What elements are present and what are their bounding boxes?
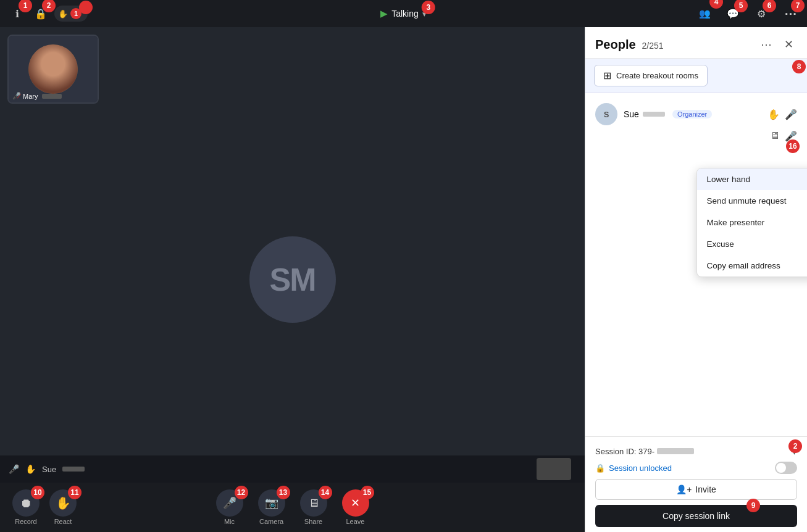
sue-row[interactable]: S Sue Organizer ✋ 🎤 (585, 98, 807, 130)
sue-name: Sue (624, 109, 639, 119)
copy-email-item[interactable]: Copy email address (697, 255, 808, 276)
panel-close-button[interactable]: ✕ (780, 36, 797, 53)
leave-button[interactable]: ✕ Leave (340, 489, 372, 525)
annotation-8: 8 (792, 60, 806, 73)
top-bar-center: ▶ Talking ▾ 3 (380, 8, 427, 19)
top-bar-left: ℹ 1 🔒 2 ✋ 1 (7, 4, 88, 23)
bottom-bar: ⏺ Record 10 ✋ React 11 🎤 (0, 483, 585, 532)
info-button[interactable]: ℹ (7, 4, 27, 23)
create-breakout-button[interactable]: ⊞ Create breakout rooms (594, 65, 708, 86)
main-layout: 🎤̷ Mary SM 🎤 ✋ Sue (0, 27, 807, 532)
session-lock-toggle[interactable] (775, 462, 797, 474)
react-button[interactable]: ✋ React (47, 489, 79, 525)
sue-actions-2: 🖥 🎤 (770, 130, 797, 142)
panel-header: People 2/251 ⋯ ✕ (585, 27, 807, 59)
right-panel: People 2/251 ⋯ ✕ ⊞ Create breakout rooms… (585, 27, 807, 532)
app-name: Talking (391, 9, 419, 19)
thumbnail-strip: 🎤̷ Mary (7, 35, 99, 104)
people-count: 2 (717, 0, 721, 7)
mic-button[interactable]: 🎤 Mic (214, 489, 246, 525)
people-button[interactable]: 👥 (695, 4, 714, 23)
sue-screen-icon[interactable]: 🖥 (770, 130, 780, 142)
camera-icon: 📷 (258, 489, 285, 517)
lock-button[interactable]: 🔒 (31, 4, 51, 23)
mic-icon: 🎤 (216, 489, 243, 517)
self-mic-off-icon: 🎤 (9, 464, 19, 474)
video-area: 🎤̷ Mary SM 🎤 ✋ Sue (0, 27, 585, 532)
sue-role: Organizer (672, 110, 712, 118)
unlock-row: 🔒 Session unlocked (595, 462, 797, 474)
leave-icon: ✕ (342, 489, 369, 517)
self-name: Sue (42, 465, 85, 474)
make-presenter-item[interactable]: Make presenter (697, 212, 808, 233)
speaker-avatar: SM (249, 236, 336, 323)
sue-row-container: S Sue Organizer ✋ 🎤 🖥 (585, 98, 807, 146)
invite-icon: 👤+ (676, 484, 692, 494)
hand-raise-button[interactable]: ✋ 1 (54, 6, 88, 22)
chat-button[interactable]: 💬 (723, 4, 743, 23)
self-hand-icon: ✋ (25, 464, 36, 474)
sue-info: Sue Organizer (624, 109, 767, 119)
invite-button[interactable]: 👤+ Invite (595, 479, 797, 500)
session-area: Session ID: 379- ▾ 2 🔒 Session unlocked … (585, 436, 807, 532)
toggle-knob (776, 463, 786, 473)
mic-off-icon: 🎤̷ (12, 92, 21, 100)
session-unlocked-label: Session unlocked (609, 463, 672, 473)
panel-count: 2/251 (642, 41, 664, 51)
people-list: S Sue Organizer ✋ 🎤 🖥 (585, 93, 807, 436)
app-dropdown-icon[interactable]: ▾ (422, 9, 427, 19)
top-bar: ℹ 1 🔒 2 ✋ 1 ▶ Talking ▾ 3 👥 2 (0, 0, 807, 27)
excuse-item[interactable]: Excuse (697, 233, 808, 255)
sue-avatar: S (595, 103, 617, 125)
react-icon: ✋ (49, 489, 77, 517)
talking-status-icon: ▶ (380, 8, 388, 19)
session-row: Session ID: 379- ▾ 2 (595, 444, 797, 458)
more-button[interactable]: ⋯ (780, 4, 800, 23)
camera-button[interactable]: 📷 Camera (256, 489, 288, 525)
panel-title: People (595, 38, 636, 52)
breakout-row: ⊞ Create breakout rooms 8 (585, 59, 807, 93)
self-thumb-mini (537, 458, 571, 480)
hand-count: 1 (70, 8, 82, 19)
top-bar-right: 👥 2 4 💬 5 ⚙ 6 ⋯ 7 (695, 4, 800, 23)
panel-more-button[interactable]: ⋯ (758, 36, 775, 53)
self-bottom-row: 🎤 ✋ Sue (0, 455, 585, 483)
session-id-group: Session ID: 379- (595, 447, 694, 456)
send-unmute-item[interactable]: Send unmute request (697, 190, 808, 212)
bottom-left-controls: ⏺ Record 10 ✋ React 11 (10, 489, 79, 525)
lower-hand-item[interactable]: Lower hand (697, 168, 808, 190)
record-button[interactable]: ⏺ Record (10, 489, 42, 525)
session-id-label: Session ID: 379- (595, 447, 654, 456)
share-icon: 🖥 (300, 489, 327, 517)
share-button[interactable]: 🖥 Share (298, 489, 330, 525)
lock-icon-small: 🔒 (595, 463, 605, 473)
sue-actions: ✋ 🎤 (767, 109, 797, 120)
mary-name: 🎤̷ Mary (12, 92, 62, 100)
sue-hand-icon[interactable]: ✋ (767, 109, 780, 120)
settings-button[interactable]: ⚙ (751, 4, 771, 23)
copy-link-button[interactable]: Copy session link (595, 505, 797, 527)
sue-mic2-icon[interactable]: 🎤 (785, 130, 797, 142)
session-id-masked (657, 448, 694, 454)
sue-mic-icon[interactable]: 🎤 (785, 109, 797, 120)
panel-header-actions: ⋯ ✕ (758, 36, 797, 53)
session-chevron-button[interactable]: ▾ (792, 444, 797, 458)
hand-icon: ✋ (58, 9, 68, 19)
context-menu: Lower hand Send unmute request Make pres… (696, 168, 808, 277)
main-speaker: SM (249, 236, 336, 323)
sue-row2: 🖥 🎤 (585, 130, 807, 146)
breakout-icon: ⊞ (603, 70, 611, 81)
mary-thumbnail: 🎤̷ Mary (7, 35, 99, 104)
center-controls: 🎤 Mic 12 📷 Camera 13 🖥 Share (214, 489, 372, 525)
record-icon: ⏺ (12, 489, 40, 517)
